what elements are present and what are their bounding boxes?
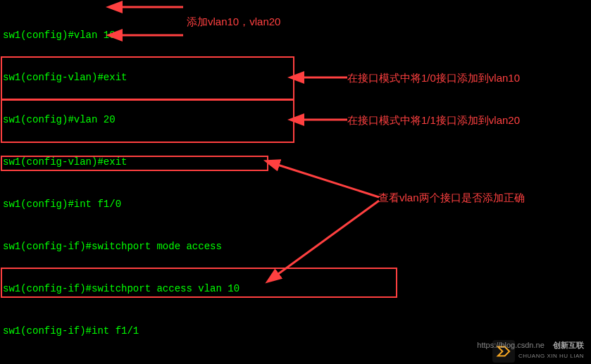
cli-line: sw1(config-if)#int f1/1 [3, 324, 588, 338]
cli-line: sw1(config-if)#switchport mode access [3, 239, 588, 253]
terminal-output: sw1(config)#vlan 10 sw1(config-vlan)#exi… [0, 0, 591, 364]
cli-line: sw1(config)#vlan 10 [3, 28, 588, 42]
watermark: https://blog.csdn.ne 创新互联 CHUANG XIN HU … [477, 340, 584, 361]
watermark-brand: 创新互联 [553, 341, 584, 349]
watermark-url: https://blog.csdn.ne [477, 341, 544, 349]
watermark-brand-en: CHUANG XIN HU LIAN [518, 353, 584, 359]
cli-line: sw1(config)#vlan 20 [3, 113, 588, 127]
cli-line: sw1(config-if)#switchport access vlan 10 [3, 282, 588, 296]
cli-line: sw1(config)#int f1/0 [3, 197, 588, 211]
cli-line: sw1(config-vlan)#exit [3, 70, 588, 84]
cli-line: sw1(config-vlan)#exit [3, 155, 588, 169]
